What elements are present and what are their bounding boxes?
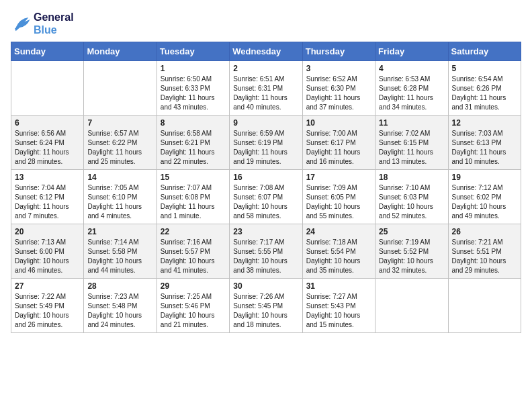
day-cell: 2Sunrise: 6:51 AMSunset: 6:31 PMDaylight… [230, 61, 302, 116]
day-number: 23 [233, 227, 298, 236]
day-cell: 31Sunrise: 7:27 AMSunset: 5:43 PMDayligh… [302, 279, 375, 333]
day-cell: 24Sunrise: 7:18 AMSunset: 5:54 PMDayligh… [302, 224, 375, 279]
day-number: 19 [452, 173, 517, 182]
day-cell: 18Sunrise: 7:10 AMSunset: 6:03 PMDayligh… [375, 170, 448, 224]
day-cell: 25Sunrise: 7:19 AMSunset: 5:52 PMDayligh… [375, 224, 448, 279]
day-info: Sunrise: 6:58 AMSunset: 6:21 PMDaylight:… [161, 129, 226, 167]
day-number: 16 [233, 173, 298, 182]
day-number: 18 [379, 173, 444, 182]
day-info: Sunrise: 7:12 AMSunset: 6:02 PMDaylight:… [452, 183, 517, 221]
day-cell: 19Sunrise: 7:12 AMSunset: 6:02 PMDayligh… [448, 170, 521, 224]
day-cell [375, 279, 448, 333]
day-cell [84, 61, 157, 116]
day-number: 26 [452, 227, 517, 236]
day-cell: 17Sunrise: 7:09 AMSunset: 6:05 PMDayligh… [302, 170, 375, 224]
week-row-4: 20Sunrise: 7:13 AMSunset: 6:00 PMDayligh… [11, 224, 521, 279]
day-info: Sunrise: 7:08 AMSunset: 6:07 PMDaylight:… [233, 183, 298, 221]
day-cell: 13Sunrise: 7:04 AMSunset: 6:12 PMDayligh… [11, 170, 84, 224]
day-cell: 11Sunrise: 7:02 AMSunset: 6:15 PMDayligh… [375, 116, 448, 170]
day-info: Sunrise: 7:09 AMSunset: 6:05 PMDaylight:… [306, 183, 371, 221]
day-cell: 4Sunrise: 6:53 AMSunset: 6:28 PMDaylight… [375, 61, 448, 116]
day-number: 27 [15, 281, 80, 291]
day-cell: 8Sunrise: 6:58 AMSunset: 6:21 PMDaylight… [157, 116, 229, 170]
logo: General Blue [11, 11, 74, 36]
day-number: 30 [233, 281, 298, 291]
day-number: 1 [161, 64, 226, 73]
day-number: 9 [233, 118, 298, 128]
page-header: General Blue [11, 11, 521, 36]
day-cell: 28Sunrise: 7:23 AMSunset: 5:48 PMDayligh… [84, 279, 157, 333]
day-number: 4 [379, 64, 444, 73]
day-info: Sunrise: 6:56 AMSunset: 6:24 PMDaylight:… [15, 129, 80, 167]
day-cell: 27Sunrise: 7:22 AMSunset: 5:49 PMDayligh… [11, 279, 84, 333]
day-number: 31 [306, 281, 371, 291]
day-cell: 7Sunrise: 6:57 AMSunset: 6:22 PMDaylight… [84, 116, 157, 170]
day-number: 11 [379, 118, 444, 128]
day-cell: 22Sunrise: 7:16 AMSunset: 5:57 PMDayligh… [157, 224, 229, 279]
day-number: 12 [452, 118, 517, 128]
day-info: Sunrise: 6:53 AMSunset: 6:28 PMDaylight:… [379, 75, 444, 112]
day-info: Sunrise: 6:57 AMSunset: 6:22 PMDaylight:… [87, 129, 152, 167]
day-number: 14 [87, 173, 152, 182]
day-number: 13 [15, 173, 80, 182]
day-cell: 20Sunrise: 7:13 AMSunset: 6:00 PMDayligh… [11, 224, 84, 279]
day-info: Sunrise: 7:04 AMSunset: 6:12 PMDaylight:… [15, 183, 80, 221]
day-cell: 30Sunrise: 7:26 AMSunset: 5:45 PMDayligh… [230, 279, 302, 333]
day-info: Sunrise: 7:19 AMSunset: 5:52 PMDaylight:… [379, 238, 444, 275]
day-number: 10 [306, 118, 371, 128]
day-info: Sunrise: 6:50 AMSunset: 6:33 PMDaylight:… [161, 75, 226, 112]
day-cell: 3Sunrise: 6:52 AMSunset: 6:30 PMDaylight… [302, 61, 375, 116]
day-cell: 9Sunrise: 6:59 AMSunset: 6:19 PMDaylight… [230, 116, 302, 170]
day-info: Sunrise: 6:54 AMSunset: 6:26 PMDaylight:… [452, 75, 517, 112]
day-info: Sunrise: 7:27 AMSunset: 5:43 PMDaylight:… [306, 292, 371, 330]
logo-icon [11, 13, 31, 34]
logo-text: General Blue [34, 11, 74, 36]
day-info: Sunrise: 7:10 AMSunset: 6:03 PMDaylight:… [379, 183, 444, 221]
day-cell: 5Sunrise: 6:54 AMSunset: 6:26 PMDaylight… [448, 61, 521, 116]
day-number: 15 [161, 173, 226, 182]
calendar-table: SundayMondayTuesdayWednesdayThursdayFrid… [11, 42, 521, 333]
day-cell: 29Sunrise: 7:25 AMSunset: 5:46 PMDayligh… [157, 279, 229, 333]
day-number: 17 [306, 173, 371, 182]
day-number: 3 [306, 64, 371, 73]
day-info: Sunrise: 7:00 AMSunset: 6:17 PMDaylight:… [306, 129, 371, 167]
day-cell: 15Sunrise: 7:07 AMSunset: 6:08 PMDayligh… [157, 170, 229, 224]
day-number: 28 [87, 281, 152, 291]
day-info: Sunrise: 7:13 AMSunset: 6:00 PMDaylight:… [15, 238, 80, 275]
day-cell [11, 61, 84, 116]
day-number: 2 [233, 64, 298, 73]
day-cell: 6Sunrise: 6:56 AMSunset: 6:24 PMDaylight… [11, 116, 84, 170]
day-info: Sunrise: 7:22 AMSunset: 5:49 PMDaylight:… [15, 292, 80, 330]
day-info: Sunrise: 7:03 AMSunset: 6:13 PMDaylight:… [452, 129, 517, 167]
week-row-3: 13Sunrise: 7:04 AMSunset: 6:12 PMDayligh… [11, 170, 521, 224]
day-cell: 10Sunrise: 7:00 AMSunset: 6:17 PMDayligh… [302, 116, 375, 170]
day-cell: 1Sunrise: 6:50 AMSunset: 6:33 PMDaylight… [157, 61, 229, 116]
col-header-monday: Monday [84, 42, 157, 61]
week-row-2: 6Sunrise: 6:56 AMSunset: 6:24 PMDaylight… [11, 116, 521, 170]
col-header-thursday: Thursday [302, 42, 375, 61]
day-cell: 26Sunrise: 7:21 AMSunset: 5:51 PMDayligh… [448, 224, 521, 279]
week-row-1: 1Sunrise: 6:50 AMSunset: 6:33 PMDaylight… [11, 61, 521, 116]
day-info: Sunrise: 7:17 AMSunset: 5:55 PMDaylight:… [233, 238, 298, 275]
day-cell: 23Sunrise: 7:17 AMSunset: 5:55 PMDayligh… [230, 224, 302, 279]
day-cell: 14Sunrise: 7:05 AMSunset: 6:10 PMDayligh… [84, 170, 157, 224]
col-header-wednesday: Wednesday [230, 42, 302, 61]
day-info: Sunrise: 7:16 AMSunset: 5:57 PMDaylight:… [161, 238, 226, 275]
day-info: Sunrise: 7:23 AMSunset: 5:48 PMDaylight:… [87, 292, 152, 330]
day-number: 22 [161, 227, 226, 236]
week-row-5: 27Sunrise: 7:22 AMSunset: 5:49 PMDayligh… [11, 279, 521, 333]
col-header-saturday: Saturday [448, 42, 521, 61]
day-info: Sunrise: 7:02 AMSunset: 6:15 PMDaylight:… [379, 129, 444, 167]
day-info: Sunrise: 7:05 AMSunset: 6:10 PMDaylight:… [87, 183, 152, 221]
day-info: Sunrise: 7:07 AMSunset: 6:08 PMDaylight:… [161, 183, 226, 221]
day-number: 7 [87, 118, 152, 128]
col-header-friday: Friday [375, 42, 448, 61]
day-info: Sunrise: 7:26 AMSunset: 5:45 PMDaylight:… [233, 292, 298, 330]
day-cell [448, 279, 521, 333]
day-cell: 21Sunrise: 7:14 AMSunset: 5:58 PMDayligh… [84, 224, 157, 279]
day-info: Sunrise: 6:52 AMSunset: 6:30 PMDaylight:… [306, 75, 371, 112]
day-info: Sunrise: 6:59 AMSunset: 6:19 PMDaylight:… [233, 129, 298, 167]
day-number: 21 [87, 227, 152, 236]
day-info: Sunrise: 7:21 AMSunset: 5:51 PMDaylight:… [452, 238, 517, 275]
day-info: Sunrise: 7:18 AMSunset: 5:54 PMDaylight:… [306, 238, 371, 275]
